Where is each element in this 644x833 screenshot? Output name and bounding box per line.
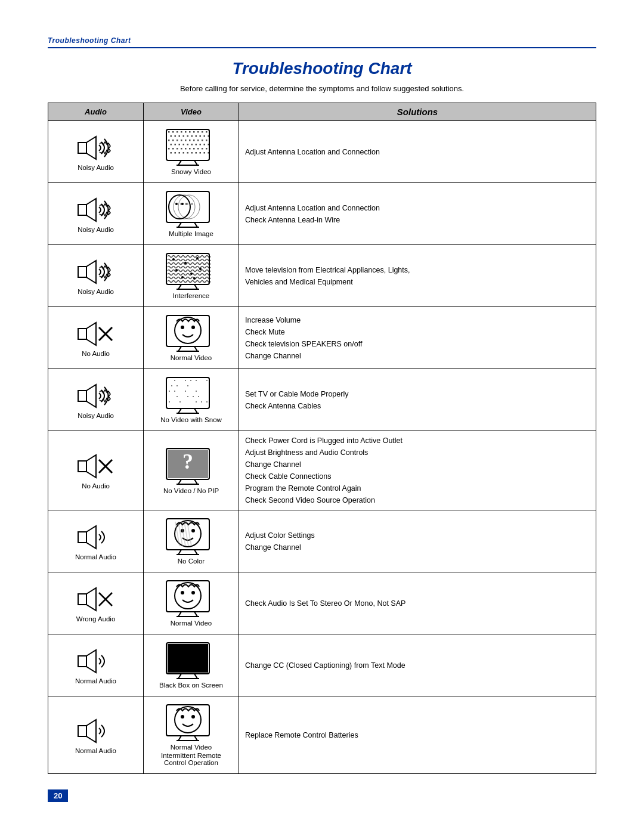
svg-rect-124: [196, 391, 197, 392]
table-row: Normal AudioBlack Box on ScreenChange CC…: [48, 634, 596, 696]
video-cell: Normal Video: [144, 572, 239, 634]
svg-marker-178: [86, 720, 96, 742]
svg-rect-121: [169, 391, 170, 392]
svg-point-76: [180, 203, 182, 205]
audio-label: Wrong Audio: [76, 615, 116, 623]
solution-text: Adjust Brightness and Audio Controls: [245, 447, 590, 459]
svg-line-101: [194, 346, 197, 351]
audio-cell: No Audio: [48, 431, 144, 510]
svg-rect-37: [174, 144, 176, 145]
svg-rect-129: [209, 396, 210, 397]
svg-rect-36: [170, 144, 172, 145]
audio-cell: Noisy Audio: [48, 369, 144, 431]
svg-rect-52: [193, 148, 195, 150]
solutions-cell: Adjust Antenna Location and Connection: [239, 121, 596, 183]
svg-rect-16: [170, 135, 172, 137]
svg-rect-33: [197, 140, 199, 141]
svg-marker-67: [86, 199, 96, 221]
svg-point-78: [178, 195, 200, 219]
svg-rect-6: [168, 131, 170, 133]
svg-line-85: [194, 284, 197, 289]
svg-marker-146: [86, 526, 96, 549]
svg-rect-17: [174, 135, 176, 137]
audio-cell: Noisy Audio: [48, 183, 144, 245]
svg-point-80: [191, 203, 193, 205]
audio-label: Noisy Audio: [78, 288, 114, 295]
svg-rect-29: [181, 140, 182, 141]
svg-rect-44: [203, 144, 205, 145]
svg-point-184: [181, 715, 184, 719]
svg-point-79: [185, 203, 187, 205]
video-cell: Normal VideoIntermittent Remote Control …: [144, 696, 239, 774]
svg-text:?: ?: [182, 450, 193, 473]
svg-rect-31: [189, 140, 191, 141]
svg-rect-135: [78, 461, 86, 472]
svg-point-93: [181, 276, 184, 278]
video-label: No Color: [178, 558, 205, 565]
table-row: Normal AudioNo ColorAdjust Color Setting…: [48, 510, 596, 572]
svg-line-141: [194, 479, 197, 484]
video-cell: Interference: [144, 245, 239, 307]
video-label: Snowy Video: [171, 168, 211, 175]
svg-point-153: [191, 529, 195, 532]
solution-text: Adjust Antenna Location and Connection: [245, 202, 590, 214]
svg-point-87: [172, 258, 175, 261]
svg-marker-107: [86, 385, 96, 407]
video-cell: No Color: [144, 510, 239, 572]
svg-rect-30: [185, 140, 187, 141]
svg-rect-65: [208, 152, 209, 154]
svg-rect-24: [203, 135, 205, 137]
video-label: No Video with Snow: [160, 416, 222, 423]
col-header-solutions: Solutions: [239, 103, 596, 121]
svg-rect-9: [181, 131, 182, 133]
svg-rect-145: [78, 532, 86, 543]
audio-label: Normal Audio: [75, 677, 116, 685]
table-row: Noisy AudioInterferenceMove television f…: [48, 245, 596, 307]
svg-rect-47: [172, 148, 174, 150]
svg-rect-26: [168, 140, 170, 141]
svg-line-149: [194, 550, 197, 555]
svg-rect-15: [206, 131, 208, 133]
solution-text: Check Power Cord is Plugged into Active …: [245, 435, 590, 447]
svg-rect-159: [78, 594, 86, 605]
svg-line-84: [178, 284, 181, 289]
svg-rect-59: [182, 152, 184, 154]
svg-rect-23: [199, 135, 201, 137]
svg-rect-106: [78, 391, 86, 401]
video-cell: ?No Video / No PIP: [144, 431, 239, 510]
solutions-cell: Replace Remote Control Batteries: [239, 696, 596, 774]
svg-rect-60: [187, 152, 188, 154]
solution-text: Increase Volume: [245, 314, 590, 326]
video-cell: Multiple Image: [144, 183, 239, 245]
table-row: No AudioNormal VideoIncrease VolumeCheck…: [48, 307, 596, 369]
svg-rect-53: [197, 148, 199, 150]
svg-line-165: [194, 612, 197, 617]
solutions-cell: Increase VolumeCheck MuteCheck televisio…: [239, 307, 596, 369]
svg-line-148: [178, 550, 181, 555]
video-cell: Black Box on Screen: [144, 634, 239, 696]
svg-rect-128: [198, 396, 199, 397]
svg-rect-11: [189, 131, 191, 133]
video-label: Multiple Image: [169, 230, 213, 237]
audio-label: No Audio: [82, 482, 110, 490]
svg-line-69: [178, 222, 181, 227]
svg-line-70: [194, 222, 197, 227]
solution-text: Check Second Video Source Operation: [245, 494, 590, 506]
audio-label: Normal Audio: [75, 747, 116, 754]
solution-text: Check Cable Connections: [245, 470, 590, 482]
svg-rect-34: [202, 140, 203, 141]
svg-marker-96: [86, 323, 96, 345]
audio-label: Noisy Audio: [78, 226, 114, 233]
video-cell: Normal Video: [144, 307, 239, 369]
col-header-video: Video: [144, 103, 239, 121]
svg-line-180: [178, 736, 181, 741]
video-label: No Video / No PIP: [163, 487, 219, 494]
solutions-cell: Adjust Antenna Location and ConnectionCh…: [239, 183, 596, 245]
table-row: No Audio?No Video / No PIPCheck Power Co…: [48, 431, 596, 510]
table-row: Noisy AudioSnowy VideoAdjust Antenna Loc…: [48, 121, 596, 183]
solution-text: Check Antenna Cables: [245, 400, 590, 412]
svg-rect-119: [187, 385, 188, 386]
svg-line-164: [178, 612, 181, 617]
svg-rect-131: [179, 401, 181, 402]
video-label: Normal Video: [171, 354, 212, 361]
